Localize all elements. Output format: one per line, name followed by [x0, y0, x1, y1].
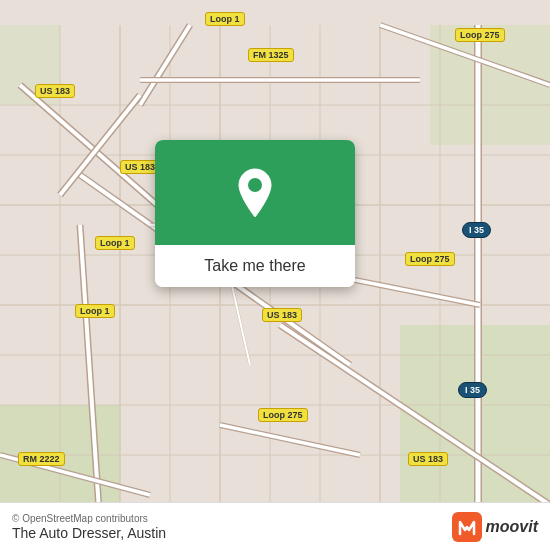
copyright-text: © OpenStreetMap contributors	[12, 513, 166, 524]
svg-point-49	[248, 178, 262, 192]
road-badge-loop275-r: Loop 275	[405, 252, 455, 266]
road-badge-i35-upper: I 35	[462, 222, 491, 238]
road-badge-us183-tl: US 183	[35, 84, 75, 98]
location-name: The Auto Dresser, Austin	[12, 525, 166, 541]
road-badge-loop275-bot: Loop 275	[258, 408, 308, 422]
take-me-there-label: Take me there	[204, 257, 305, 274]
svg-rect-3	[430, 25, 550, 145]
take-me-there-button[interactable]: Take me there	[155, 245, 355, 287]
road-badge-loop275-top: Loop 275	[455, 28, 505, 42]
moovit-logo: moovit	[452, 512, 538, 542]
action-card-map	[155, 140, 355, 245]
road-badge-fm1325: FM 1325	[248, 48, 294, 62]
action-card: Take me there	[155, 140, 355, 287]
road-badge-rm2222: RM 2222	[18, 452, 65, 466]
map-container: Loop 1 US 183 US 183 FM 1325 Loop 1 Loop…	[0, 0, 550, 550]
moovit-text: moovit	[486, 518, 538, 536]
road-badge-us183-bot: US 183	[408, 452, 448, 466]
road-badge-loop1-mid: Loop 1	[95, 236, 135, 250]
moovit-icon	[452, 512, 482, 542]
road-badge-loop1-bot: Loop 1	[75, 304, 115, 318]
location-pin	[233, 167, 277, 219]
road-badge-us183-lower: US 183	[262, 308, 302, 322]
bottom-bar: © OpenStreetMap contributors The Auto Dr…	[0, 502, 550, 550]
bottom-left-info: © OpenStreetMap contributors The Auto Dr…	[12, 513, 166, 541]
road-badge-i35-lower: I 35	[458, 382, 487, 398]
road-badge-loop1-top: Loop 1	[205, 12, 245, 26]
